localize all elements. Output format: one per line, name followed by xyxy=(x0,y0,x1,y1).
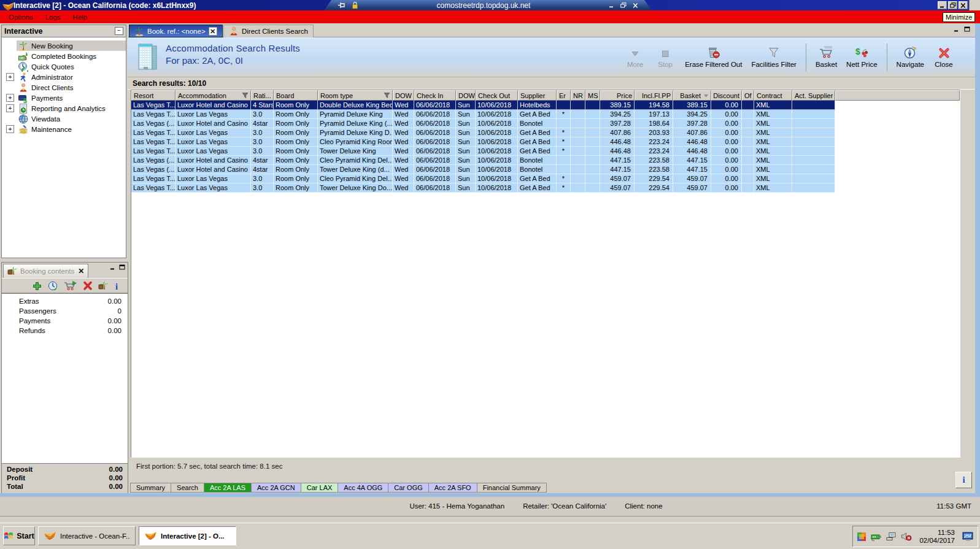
network-card-icon[interactable] xyxy=(871,532,882,541)
filter-funnel-icon[interactable] xyxy=(382,92,390,99)
table-row[interactable]: Las Vegas T...Luxor Las Vegas3.0Room Onl… xyxy=(131,128,835,137)
cart-add-icon[interactable] xyxy=(64,280,77,291)
refresh-clock-icon[interactable] xyxy=(48,281,58,291)
tab-book-ref-none[interactable]: Book. ref.: <none>✕ xyxy=(129,25,223,37)
table-row[interactable]: Las Vegas T...Luxor Hotel and Casino4 St… xyxy=(131,101,835,110)
panel-minimize-icon[interactable] xyxy=(110,264,115,270)
rdp-restore-icon[interactable] xyxy=(620,2,627,8)
add-icon[interactable] xyxy=(32,281,42,291)
column-header-supplier[interactable]: Supplier xyxy=(518,90,557,101)
sidebar-item-completed-bookings[interactable]: Completed Bookings xyxy=(2,51,126,61)
column-header-accommodation[interactable]: Accommodation xyxy=(176,90,251,101)
column-header-dow[interactable]: DOW xyxy=(393,90,414,101)
user-bar-segment: Client: none xyxy=(625,502,662,510)
cell-check-in: 06/06/2018 xyxy=(414,110,456,119)
expand-plus-icon[interactable]: + xyxy=(6,94,14,102)
expand-plus-icon[interactable]: + xyxy=(6,125,14,133)
column-header-price[interactable]: Price xyxy=(600,90,635,101)
sidebar-item-new-booking[interactable]: New Booking xyxy=(2,40,126,51)
cell-check-in: 06/06/2018 xyxy=(414,174,456,183)
restore-button[interactable] xyxy=(948,1,957,9)
panel-maximize-icon[interactable] xyxy=(119,264,125,270)
close-button[interactable] xyxy=(959,1,968,9)
column-header-basket[interactable]: Basket xyxy=(673,90,711,101)
column-header-check-in[interactable]: Check In xyxy=(414,90,456,101)
taskbar-item-interactive-ocean-f[interactable]: Interactive - Ocean-F... xyxy=(38,526,136,545)
sidebar-item-maintenance[interactable]: +Maintenance xyxy=(2,124,126,134)
palm-small-icon[interactable] xyxy=(98,281,109,291)
taskbar-item-interactive-2-o[interactable]: Interactive [2] - O... xyxy=(139,526,236,545)
tab-direct-clients-search[interactable]: Direct Clients Search xyxy=(223,25,314,37)
column-label: NR xyxy=(573,92,583,99)
filter-funnel-icon[interactable] xyxy=(241,92,249,99)
panel-collapse-button[interactable]: − xyxy=(115,27,123,35)
table-row[interactable]: Las Vegas (...Luxor Hotel and Casino4sta… xyxy=(131,119,835,128)
toolbar-button-navigate[interactable]: Navigate xyxy=(897,47,924,68)
column-header-check-out[interactable]: Check Out xyxy=(476,90,518,101)
itinerary-tab-car-lax[interactable]: Car LAX xyxy=(301,483,339,493)
monitor-icon[interactable] xyxy=(962,532,974,542)
itinerary-tab-car-ogg[interactable]: Car OGG xyxy=(388,483,428,493)
menu-item-options[interactable]: Options xyxy=(4,12,38,22)
menu-item-help[interactable]: Help xyxy=(68,12,93,22)
start-button[interactable]: Start xyxy=(3,526,35,545)
column-header-er[interactable]: Er xyxy=(557,90,571,101)
rdp-close-icon[interactable] xyxy=(633,3,638,8)
table-row[interactable]: Las Vegas T...Luxor Las Vegas3.0Room Onl… xyxy=(131,110,835,119)
table-row[interactable]: Las Vegas T...Luxor Las Vegas3.0Room Onl… xyxy=(131,183,835,193)
network-icon[interactable] xyxy=(886,532,897,541)
booking-row-label: Refunds xyxy=(19,327,108,334)
expand-plus-icon[interactable]: + xyxy=(6,104,14,112)
column-header-discount[interactable]: Discount xyxy=(711,90,742,101)
column-header-act-supplier[interactable]: Act. Supplier xyxy=(792,90,835,101)
column-header-board[interactable]: Board xyxy=(274,90,318,101)
table-row[interactable]: Las Vegas T...Luxor Las Vegas3.0Room Onl… xyxy=(131,147,835,156)
booking-contents-tab[interactable]: Booking contents ✕ xyxy=(3,264,88,278)
itinerary-tab-financial-summary[interactable]: Financial Summary xyxy=(477,483,547,493)
menu-item-logs[interactable]: Logs xyxy=(41,12,66,22)
sidebar-item-administrator[interactable]: +Administrator xyxy=(2,72,126,82)
itinerary-tab-acc-2a-sfo[interactable]: Acc 2A SFO xyxy=(429,483,477,493)
info-button[interactable]: i xyxy=(955,472,972,488)
itinerary-tab-search[interactable]: Search xyxy=(171,483,204,493)
column-header-room-type[interactable]: Room type xyxy=(318,90,393,101)
main-minimize-icon[interactable] xyxy=(954,26,959,32)
itinerary-tab-acc-2a-gcn[interactable]: Acc 2A GCN xyxy=(252,483,301,493)
toolbar-button-facilities-filter[interactable]: Facilities Filter xyxy=(751,47,796,68)
column-header-nr[interactable]: NR xyxy=(571,90,585,101)
pin-icon[interactable] xyxy=(338,2,345,9)
table-row[interactable]: Las Vegas (...Luxor Hotel and Casino4sta… xyxy=(131,156,835,165)
table-row[interactable]: Las Vegas (...Luxor Hotel and Casino4sta… xyxy=(131,165,835,174)
toolbar-button-erase-filtered-out[interactable]: Erase Filtered Out xyxy=(685,47,742,68)
rdp-minimize-icon[interactable] xyxy=(609,2,614,8)
column-header-incl-fl-pp[interactable]: Incl.Fl.PP xyxy=(635,90,673,101)
sidebar-item-direct-clients[interactable]: Direct Clients xyxy=(2,82,126,93)
sidebar-item-viewdata[interactable]: Viewdata xyxy=(2,113,126,124)
column-header-of[interactable]: Of xyxy=(742,90,754,101)
booking-contents-close-icon[interactable]: ✕ xyxy=(78,267,84,275)
antivirus-icon[interactable] xyxy=(857,532,866,542)
itinerary-tab-acc-4a-ogg[interactable]: Acc 4A OGG xyxy=(338,483,388,493)
toolbar-button-close[interactable]: Close xyxy=(933,47,954,68)
column-header-contract[interactable]: Contract xyxy=(754,90,792,101)
table-row[interactable]: Las Vegas T...Luxor Las Vegas3.0Room Onl… xyxy=(131,137,835,147)
column-header-resort[interactable]: Resort xyxy=(131,90,176,101)
sidebar-item-reporting-and-analytics[interactable]: +Reporting and Analytics xyxy=(2,103,126,113)
main-maximize-icon[interactable] xyxy=(964,26,970,32)
column-header-rati[interactable]: Rati... xyxy=(251,90,274,101)
expand-plus-icon[interactable]: + xyxy=(6,73,14,81)
column-header-ms[interactable]: MS xyxy=(585,90,600,101)
volume-muted-icon[interactable] xyxy=(901,532,912,541)
itinerary-tab-summary[interactable]: Summary xyxy=(130,483,171,493)
table-row[interactable]: Las Vegas T...Luxor Las Vegas3.0Room Onl… xyxy=(131,174,835,183)
delete-icon[interactable] xyxy=(83,281,93,290)
sidebar-item-payments[interactable]: +$Payments xyxy=(2,93,126,103)
tab-close-icon[interactable]: ✕ xyxy=(209,27,217,36)
info-icon[interactable]: i xyxy=(114,281,120,291)
toolbar-button-basket[interactable]: Basket xyxy=(816,47,837,68)
itinerary-tab-acc-2a-las[interactable]: Acc 2A LAS xyxy=(204,483,252,493)
minimize-button[interactable] xyxy=(938,1,947,9)
toolbar-button-nett-price[interactable]: $Nett Price xyxy=(846,47,878,68)
sidebar-item-quick-quotes[interactable]: Quick Quotes xyxy=(2,61,126,72)
column-header-dow[interactable]: DOW xyxy=(456,90,476,101)
